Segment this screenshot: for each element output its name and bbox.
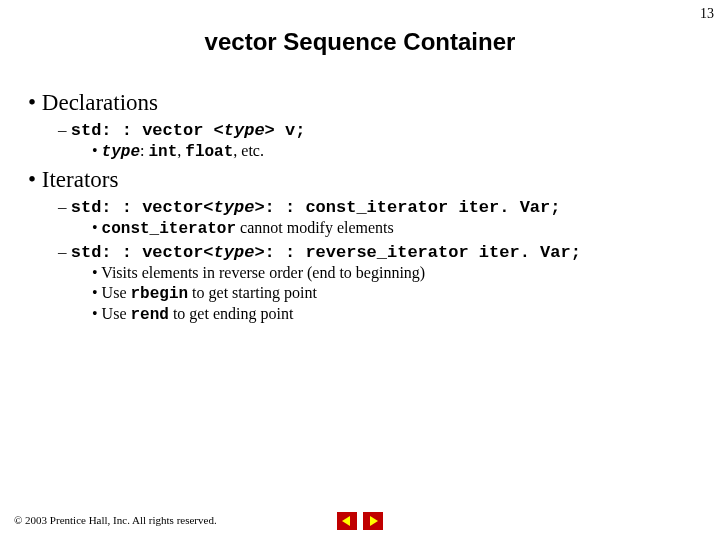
svg-marker-0	[342, 516, 350, 526]
iter2-sub2-pre: Use	[102, 284, 131, 301]
decl-code-type: type	[224, 121, 265, 140]
iter2-pre: std: : vector<	[71, 243, 214, 262]
nav-controls	[337, 512, 383, 530]
decl-sub-float: float	[185, 143, 233, 161]
slide-title: vector Sequence Container	[0, 28, 720, 56]
iter-reverse-line: std: : vector<type>: : reverse_iterator …	[58, 242, 700, 324]
iter1-sub-text: cannot modify elements	[236, 219, 394, 236]
iter2-sub3: Use rend to get ending point	[92, 305, 700, 324]
decl-code-post: > v;	[265, 121, 306, 140]
next-button[interactable]	[363, 512, 383, 530]
prev-button[interactable]	[337, 512, 357, 530]
svg-marker-1	[370, 516, 378, 526]
iter2-post: >: : reverse_iterator iter. Var;	[254, 243, 580, 262]
iter-heading: Iterators	[42, 167, 119, 192]
iter1-pre: std: : vector<	[71, 198, 214, 217]
iter1-type: type	[214, 198, 255, 217]
decl-sub: type: int, float, etc.	[92, 142, 700, 161]
iter2-sub2: Use rbegin to get starting point	[92, 284, 700, 303]
decl-sub-etc: , etc.	[233, 142, 264, 159]
iter1-sub-mono: const_iterator	[102, 220, 236, 238]
iter2-sub2-post: to get starting point	[188, 284, 317, 301]
iter2-type: type	[214, 243, 255, 262]
iter2-sub1: Visits elements in reverse order (end to…	[92, 264, 700, 282]
triangle-right-icon	[368, 516, 378, 526]
triangle-left-icon	[342, 516, 352, 526]
slide-content: Declarations std: : vector <type> v; typ…	[0, 90, 720, 324]
decl-sub-int: int	[148, 143, 177, 161]
bullet-declarations: Declarations std: : vector <type> v; typ…	[28, 90, 700, 161]
iter-const-line: std: : vector<type>: : const_iterator it…	[58, 197, 700, 238]
page-number: 13	[700, 6, 714, 22]
decl-heading: Declarations	[42, 90, 158, 115]
bullet-iterators: Iterators std: : vector<type>: : const_i…	[28, 167, 700, 324]
iter1-sub: const_iterator cannot modify elements	[92, 219, 700, 238]
iter2-sub3-mono: rend	[131, 306, 169, 324]
iter2-sub2-mono: rbegin	[131, 285, 189, 303]
decl-code-pre: std: : vector <	[71, 121, 224, 140]
iter2-sub3-post: to get ending point	[169, 305, 293, 322]
decl-sub-type: type	[102, 143, 140, 161]
iter2-sub3-pre: Use	[102, 305, 131, 322]
decl-code-line: std: : vector <type> v; type: int, float…	[58, 120, 700, 161]
iter1-post: >: : const_iterator iter. Var;	[254, 198, 560, 217]
